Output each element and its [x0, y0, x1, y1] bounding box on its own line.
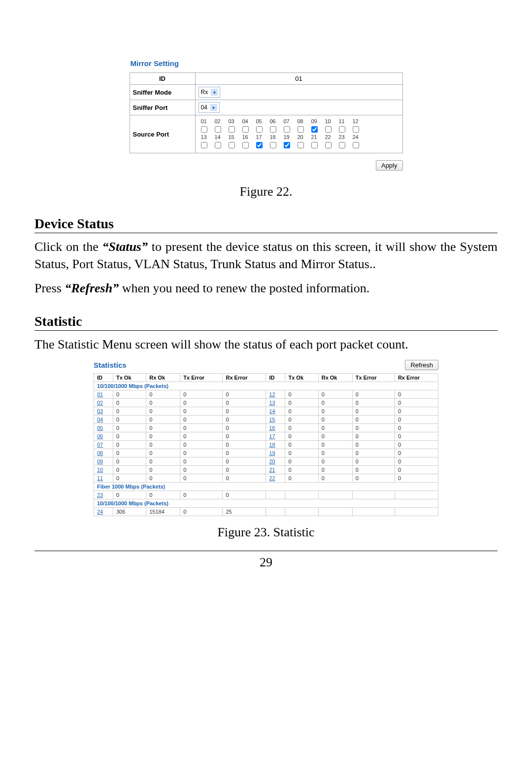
port-checkbox[interactable] — [281, 140, 292, 150]
statistics-cell[interactable]: 18 — [266, 441, 285, 449]
port-checkbox[interactable] — [267, 124, 278, 134]
port-id-link[interactable]: 03 — [97, 408, 103, 414]
port-id-link[interactable]: 11 — [97, 475, 103, 481]
port-checkbox[interactable] — [336, 124, 347, 134]
port-checkbox[interactable] — [226, 124, 237, 134]
port-id-link[interactable]: 18 — [269, 442, 275, 448]
port-id-link[interactable]: 06 — [97, 433, 103, 439]
statistics-cell[interactable]: 14 — [266, 407, 285, 416]
statistics-cell: 0 — [113, 457, 146, 466]
port-id-link[interactable]: 09 — [97, 458, 103, 464]
port-checkbox[interactable] — [295, 124, 306, 134]
statistics-cell[interactable]: 17 — [266, 432, 285, 441]
statistics-cell[interactable]: 04 — [94, 416, 113, 424]
statistics-cell[interactable]: 06 — [94, 432, 113, 441]
port-checkbox[interactable] — [199, 124, 209, 134]
port-id-link[interactable]: 05 — [97, 425, 103, 431]
port-id-link[interactable]: 10 — [97, 467, 103, 473]
port-number-label: 08 — [295, 118, 306, 124]
port-id-link[interactable]: 23 — [97, 492, 103, 498]
statistics-cell: 0 — [285, 466, 318, 474]
statistics-cell: 25 — [223, 508, 266, 516]
statistics-cell[interactable]: 22 — [266, 474, 285, 483]
port-checkbox[interactable] — [267, 140, 278, 150]
statistics-cell: 0 — [318, 441, 352, 449]
port-id-link[interactable]: 20 — [269, 458, 275, 464]
statistics-header-row: IDTx OkRx OkTx ErrorRx ErrorIDTx OkRx Ok… — [94, 374, 438, 382]
port-id-link[interactable]: 02 — [97, 400, 103, 406]
port-checkbox[interactable] — [323, 140, 333, 150]
statistics-cell: 0 — [318, 466, 352, 474]
sniffer-port-select[interactable]: 04 ▾ — [199, 102, 220, 113]
port-id-link[interactable]: 17 — [269, 433, 275, 439]
port-checkbox[interactable] — [309, 140, 320, 150]
port-id-link[interactable]: 15 — [269, 417, 275, 422]
refresh-button[interactable]: Refresh — [405, 360, 438, 370]
statistics-cell[interactable]: 08 — [94, 449, 113, 457]
port-checkbox[interactable] — [309, 124, 320, 134]
statistics-cell[interactable]: 07 — [94, 441, 113, 449]
statistics-cell: 0 — [146, 416, 180, 424]
port-checkbox[interactable] — [212, 124, 223, 134]
port-number-label: 19 — [281, 134, 292, 140]
statistics-cell — [395, 491, 438, 499]
apply-button[interactable]: Apply — [376, 160, 403, 171]
port-id-link[interactable]: 04 — [97, 417, 103, 422]
port-checkbox[interactable] — [254, 140, 265, 150]
port-id-link[interactable]: 12 — [269, 391, 275, 397]
statistics-cell[interactable]: 13 — [266, 399, 285, 407]
statistics-cell[interactable]: 19 — [266, 449, 285, 457]
statistics-cell: 0 — [180, 399, 223, 407]
port-id-link[interactable]: 22 — [269, 475, 275, 481]
statistics-cell: 0 — [352, 449, 395, 457]
statistics-cell[interactable]: 01 — [94, 390, 113, 399]
statistics-cell: 0 — [352, 441, 395, 449]
statistics-cell[interactable]: 10 — [94, 466, 113, 474]
port-id-link[interactable]: 08 — [97, 450, 103, 456]
port-number-label: 09 — [309, 118, 320, 124]
statistics-cell[interactable]: 09 — [94, 457, 113, 466]
statistics-cell[interactable]: 03 — [94, 407, 113, 416]
statistics-cell[interactable]: 20 — [266, 457, 285, 466]
port-checkbox[interactable] — [212, 140, 223, 150]
port-checkbox[interactable] — [240, 124, 251, 134]
port-checkbox[interactable] — [226, 140, 237, 150]
port-id-link[interactable]: 21 — [269, 467, 275, 473]
statistics-cell[interactable]: 15 — [266, 416, 285, 424]
port-id-link[interactable]: 07 — [97, 442, 103, 448]
statistics-cell[interactable]: 24 — [94, 508, 113, 516]
port-id-link[interactable]: 19 — [269, 450, 275, 456]
port-number-label: 20 — [295, 134, 306, 140]
statistics-cell[interactable]: 16 — [266, 424, 285, 432]
statistics-cell: 0 — [395, 449, 438, 457]
statistics-cell[interactable]: 02 — [94, 399, 113, 407]
port-checkbox[interactable] — [323, 124, 333, 134]
port-id-link[interactable]: 16 — [269, 425, 275, 431]
port-checkbox[interactable] — [350, 140, 361, 150]
port-number-label: 02 — [212, 118, 223, 124]
port-id-link[interactable]: 01 — [97, 391, 103, 397]
port-id-link[interactable]: 13 — [269, 400, 275, 406]
statistics-cell[interactable]: 12 — [266, 390, 285, 399]
port-checkbox[interactable] — [295, 140, 306, 150]
statistics-cell: 0 — [146, 390, 180, 399]
statistics-cell[interactable]: 05 — [94, 424, 113, 432]
port-checkbox[interactable] — [199, 140, 209, 150]
port-number-label: 21 — [309, 134, 320, 140]
port-id-link[interactable]: 14 — [269, 408, 275, 414]
port-checkbox[interactable] — [281, 124, 292, 134]
statistics-cell: 0 — [180, 407, 223, 416]
port-checkbox[interactable] — [350, 124, 361, 134]
statistics-cell: 0 — [180, 416, 223, 424]
port-id-link[interactable]: 24 — [97, 509, 103, 515]
statistics-cell[interactable]: 23 — [94, 491, 113, 499]
statistics-header-cell: Rx Ok — [318, 374, 352, 382]
statistics-cell: 0 — [146, 432, 180, 441]
sniffer-mode-select[interactable]: Rx ▾ — [199, 87, 221, 98]
port-checkbox[interactable] — [254, 124, 265, 134]
port-checkbox[interactable] — [240, 140, 251, 150]
statistics-cell[interactable]: 21 — [266, 466, 285, 474]
statistics-cell[interactable]: 11 — [94, 474, 113, 483]
port-number-label: 22 — [323, 134, 333, 140]
port-checkbox[interactable] — [336, 140, 347, 150]
